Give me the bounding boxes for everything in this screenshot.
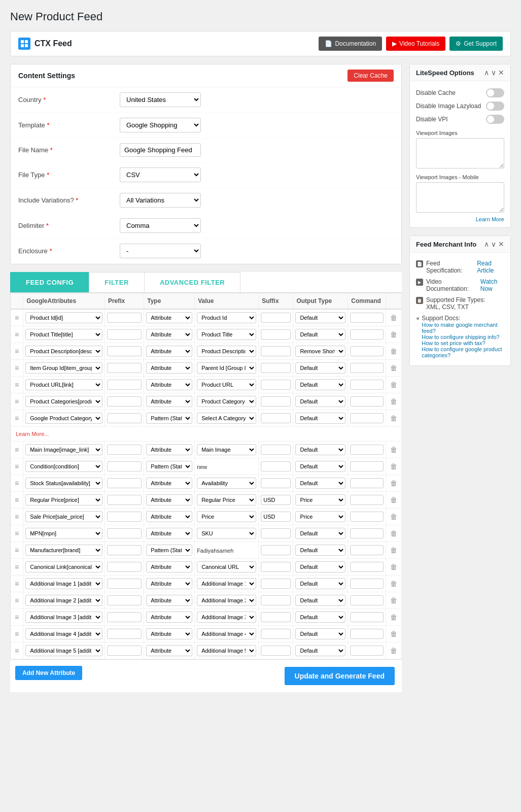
drag-handle-13[interactable]: ≡: [13, 546, 21, 554]
delete-button-17[interactable]: 🗑: [388, 612, 399, 622]
output-select-18[interactable]: Default: [295, 628, 345, 639]
value-select-6[interactable]: Select A Category: [197, 413, 256, 424]
value-select-10[interactable]: Regular Price: [197, 494, 256, 505]
google-attr-select-19[interactable]: Additional Image 5 [additio: [25, 645, 102, 656]
google-attr-select-1[interactable]: Product Title[title]: [25, 329, 102, 340]
type-select-9[interactable]: Attribute Attribute Pattern (Static: [146, 478, 192, 489]
command-input-17[interactable]: [350, 612, 384, 622]
prefix-input-3[interactable]: [107, 363, 142, 373]
suffix-input-1[interactable]: [261, 329, 291, 340]
support-link-2[interactable]: How to configure shipping info?: [422, 334, 504, 340]
drag-handle-8[interactable]: ≡: [13, 462, 21, 470]
prefix-input-19[interactable]: [107, 646, 142, 656]
chevron-down-icon-2[interactable]: ∨: [491, 240, 496, 248]
close-icon-2[interactable]: ✕: [498, 240, 504, 248]
suffix-input-8[interactable]: [261, 461, 291, 471]
prefix-input-0[interactable]: [107, 313, 142, 323]
google-attr-select-0[interactable]: Product Id[id]: [25, 312, 102, 323]
type-select-19[interactable]: Attribute Attribute Pattern (Static: [146, 645, 192, 656]
google-attr-select-5[interactable]: Product Categories[product: [25, 396, 102, 407]
output-select-9[interactable]: Default: [295, 478, 345, 489]
add-attribute-button[interactable]: Add New Attribute: [15, 666, 82, 680]
delete-button-18[interactable]: 🗑: [388, 629, 399, 639]
prefix-input-6[interactable]: [107, 413, 142, 423]
tab-advanced-filter[interactable]: ADVANCED FILTER: [144, 272, 240, 292]
delete-button-2[interactable]: 🗑: [388, 346, 399, 356]
suffix-input-7[interactable]: [261, 445, 291, 455]
output-select-3[interactable]: Default: [295, 362, 345, 374]
prefix-input-15[interactable]: [107, 579, 142, 589]
type-select-14[interactable]: Attribute Attribute Pattern (Static: [146, 561, 192, 572]
delete-button-16[interactable]: 🗑: [388, 595, 399, 605]
delete-button-13[interactable]: 🗑: [388, 545, 399, 555]
type-select-17[interactable]: Attribute Attribute Pattern (Static: [146, 612, 192, 623]
delete-button-19[interactable]: 🗑: [388, 646, 399, 656]
command-input-10[interactable]: [350, 495, 384, 505]
suffix-input-14[interactable]: [261, 562, 291, 572]
prefix-input-5[interactable]: [107, 396, 142, 407]
viewport-images-textarea[interactable]: [416, 138, 504, 168]
command-input-1[interactable]: [350, 329, 384, 340]
drag-handle-4[interactable]: ≡: [13, 381, 21, 389]
filename-input[interactable]: [120, 143, 201, 157]
output-select-7[interactable]: Default: [295, 444, 345, 455]
command-input-4[interactable]: [350, 380, 384, 390]
drag-handle-5[interactable]: ≡: [13, 397, 21, 405]
support-link-3[interactable]: How to set price with tax?: [422, 340, 504, 346]
google-attr-select-9[interactable]: Stock Status[availability]: [25, 478, 102, 489]
chevron-up-icon[interactable]: ∧: [484, 69, 489, 77]
google-attr-select-17[interactable]: Additional Image 3 [additio: [25, 612, 102, 623]
delete-button-8[interactable]: 🗑: [388, 461, 399, 471]
drag-handle-15[interactable]: ≡: [13, 580, 21, 588]
command-input-9[interactable]: [350, 478, 384, 488]
suffix-input-6[interactable]: [261, 413, 291, 423]
google-attr-select-12[interactable]: MPN[mpn]: [25, 528, 102, 539]
support-link-1[interactable]: How to make google merchant feed?: [422, 322, 504, 334]
command-input-0[interactable]: [350, 313, 384, 323]
drag-handle-10[interactable]: ≡: [13, 496, 21, 504]
type-select-6[interactable]: Pattern (Static Attribute Pattern (Stati…: [146, 413, 192, 424]
type-select-4[interactable]: Attribute Attribute Pattern (Static: [146, 379, 192, 390]
value-select-18[interactable]: Additional Image 4: [197, 628, 256, 639]
google-attr-select-11[interactable]: Sale Price[sale_price]: [25, 511, 102, 522]
prefix-input-10[interactable]: [107, 495, 142, 505]
command-input-5[interactable]: [350, 396, 384, 407]
delete-button-5[interactable]: 🗑: [388, 396, 399, 407]
drag-handle-2[interactable]: ≡: [13, 347, 21, 355]
delete-button-7[interactable]: 🗑: [388, 445, 399, 455]
drag-handle-7[interactable]: ≡: [13, 446, 21, 454]
support-button[interactable]: ⚙ Get Support: [449, 37, 503, 51]
suffix-input-12[interactable]: [261, 528, 291, 538]
command-input-2[interactable]: [350, 346, 384, 356]
google-attr-select-7[interactable]: Main Image[image_link]: [25, 444, 102, 455]
suffix-input-18[interactable]: [261, 629, 291, 639]
output-select-10[interactable]: Price: [295, 494, 345, 505]
drag-handle-17[interactable]: ≡: [13, 613, 21, 621]
command-input-12[interactable]: [350, 528, 384, 538]
command-input-11[interactable]: [350, 512, 384, 522]
tab-filter[interactable]: FILTER: [89, 272, 145, 292]
prefix-input-14[interactable]: [107, 562, 142, 572]
prefix-input-8[interactable]: [107, 461, 142, 471]
suffix-input-16[interactable]: [261, 595, 291, 605]
value-select-5[interactable]: Product Category [Categ: [197, 396, 256, 407]
disable-lazyload-toggle[interactable]: [486, 101, 504, 111]
suffix-input-4[interactable]: [261, 380, 291, 390]
close-icon[interactable]: ✕: [498, 69, 504, 77]
video-doc-link[interactable]: Watch Now: [480, 278, 504, 292]
prefix-input-7[interactable]: [107, 445, 142, 455]
prefix-input-9[interactable]: [107, 478, 142, 488]
drag-handle-3[interactable]: ≡: [13, 364, 21, 372]
suffix-input-10[interactable]: [261, 495, 291, 505]
delete-button-3[interactable]: 🗑: [388, 363, 399, 373]
clear-cache-button[interactable]: Clear Cache: [348, 70, 394, 82]
drag-handle-14[interactable]: ≡: [13, 563, 21, 571]
google-attr-select-14[interactable]: Canonical Link[canonical_lin: [25, 561, 102, 572]
value-select-4[interactable]: Product URL: [197, 379, 256, 390]
drag-handle-1[interactable]: ≡: [13, 330, 21, 339]
output-select-4[interactable]: Default: [295, 379, 345, 390]
delete-button-0[interactable]: 🗑: [388, 313, 399, 323]
type-select-8[interactable]: Pattern (Static Attribute Pattern (Stati…: [146, 461, 192, 472]
google-attr-select-13[interactable]: Manufacturer[brand]: [25, 545, 102, 556]
value-select-0[interactable]: Product Id: [197, 312, 256, 323]
